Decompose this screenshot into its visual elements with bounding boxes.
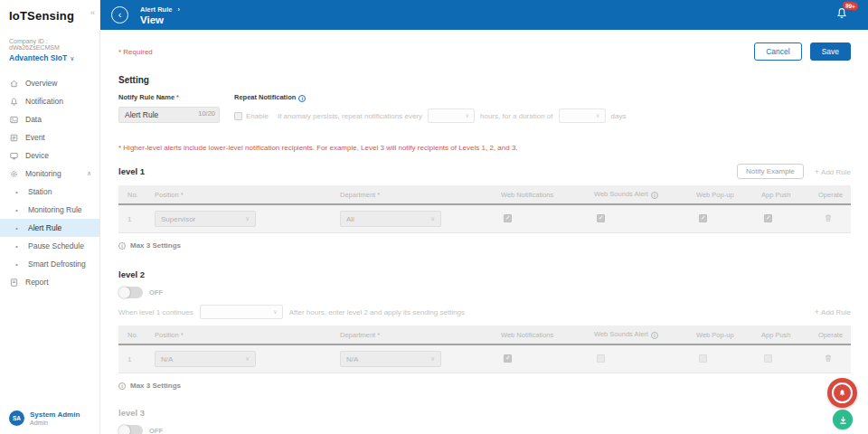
web-popup-checkbox[interactable]: [699, 354, 707, 363]
notification-bell-button[interactable]: 99+: [835, 6, 848, 24]
bullet-icon: •: [12, 189, 22, 195]
sidebar-item-report[interactable]: Report: [0, 273, 99, 291]
sidebar-item-smart-defrosting[interactable]: • Smart Defrosting: [0, 255, 99, 273]
department-dropdown[interactable]: N/A∨: [340, 351, 441, 367]
avatar: SA: [9, 410, 24, 426]
save-button[interactable]: Save: [810, 42, 851, 61]
level1-max-note: iMax 3 Settings: [118, 241, 851, 250]
sidebar-item-label: Event: [25, 133, 45, 142]
chevron-down-icon: ∨: [465, 112, 469, 119]
back-button[interactable]: ‹: [111, 6, 128, 24]
user-role: Admin: [30, 420, 80, 426]
bullet-icon: •: [12, 225, 22, 231]
info-icon[interactable]: i: [651, 192, 658, 199]
sidebar-item-alert-rule[interactable]: • Alert Rule: [0, 219, 99, 237]
info-icon[interactable]: i: [651, 332, 658, 339]
sidebar-item-data[interactable]: Data: [0, 110, 99, 128]
sidebar-item-device[interactable]: Device: [0, 146, 99, 165]
chevron-down-icon: ∨: [430, 355, 435, 363]
level2-toggle[interactable]: [118, 287, 143, 298]
sidebar-item-pause-schedule[interactable]: • Pause Schedule: [0, 237, 99, 255]
setting-section-title: Setting: [118, 75, 851, 85]
sidebar-item-label: Monitoring: [25, 169, 61, 178]
row-number: 1: [127, 215, 155, 223]
alarm-fab-button[interactable]: [827, 378, 857, 408]
col-app-push: App Push: [761, 191, 818, 199]
sidebar-item-notification[interactable]: Notification: [0, 92, 99, 110]
level1-add-rule-button[interactable]: +Add Rule: [815, 167, 851, 176]
sidebar-item-overview[interactable]: Overview: [0, 74, 99, 92]
bullet-icon: •: [12, 261, 22, 268]
chevron-down-icon: ∨: [245, 355, 250, 363]
level3-title: level 3: [118, 408, 145, 418]
bell-icon: [9, 97, 19, 107]
repeat-notification-field: Repeat Notificationi Enable If anomaly p…: [234, 93, 626, 123]
col-department: Department *: [340, 331, 501, 339]
image-icon: [9, 115, 19, 125]
sidebar-item-label: Overview: [25, 79, 57, 88]
position-dropdown[interactable]: Supervisor∨: [155, 211, 256, 227]
sidebar-item-monitoring[interactable]: Monitoring ∧: [0, 165, 99, 183]
chevron-up-icon: ∧: [87, 170, 91, 177]
breadcrumb[interactable]: Alert Rule›: [140, 5, 180, 14]
page-title: View: [140, 14, 180, 25]
col-app-push: App Push: [761, 331, 818, 339]
sidebar-collapse-icon[interactable]: «: [90, 8, 95, 17]
web-notifications-checkbox[interactable]: [504, 354, 512, 363]
chevron-down-icon: ∨: [596, 112, 600, 119]
col-position: Position *: [155, 331, 340, 339]
level2-hours-dropdown[interactable]: ∨: [200, 305, 283, 319]
level3-toggle-label: OFF: [149, 427, 163, 434]
col-department: Department *: [340, 191, 501, 199]
sidebar-nav: Overview Notification Data Event Device …: [0, 74, 99, 291]
level2-title: level 2: [118, 269, 145, 279]
plus-icon: +: [815, 307, 819, 316]
sidebar-item-event[interactable]: Event: [0, 128, 99, 146]
web-notifications-checkbox[interactable]: [504, 214, 512, 222]
enable-checkbox[interactable]: [234, 112, 242, 120]
sidebar-item-label: Alert Rule: [28, 223, 61, 232]
info-icon: i: [118, 242, 126, 250]
delete-row-button[interactable]: [824, 354, 833, 363]
repeat-hours-dropdown[interactable]: ∨: [428, 108, 475, 123]
alarm-ring: [832, 382, 853, 403]
col-web-notifications: Web Notifications: [501, 191, 594, 199]
table-header-row: No. Position * Department * Web Notifica…: [118, 185, 851, 205]
repeat-text-1: If anomaly persists, repeat notification…: [278, 112, 422, 120]
chevron-left-icon: ‹: [118, 10, 122, 20]
chevron-down-icon: ∨: [273, 308, 278, 316]
level3-toggle[interactable]: [118, 425, 143, 434]
position-dropdown[interactable]: N/A∨: [155, 351, 256, 367]
web-sounds-alert-checkbox[interactable]: [597, 214, 605, 222]
repeat-days-dropdown[interactable]: ∨: [559, 108, 606, 123]
cancel-button[interactable]: Cancel: [754, 42, 801, 61]
repeat-text-2: hours, for a duration of: [480, 112, 553, 120]
company-switcher[interactable]: Advantech SIoT∨: [9, 53, 92, 62]
sidebar-item-label: Device: [25, 151, 49, 160]
repeat-text-3: days: [611, 112, 627, 120]
download-fab-button[interactable]: [833, 410, 853, 429]
notify-example-button[interactable]: Notify Example: [737, 164, 804, 179]
web-popup-checkbox[interactable]: [699, 214, 707, 222]
sidebar-item-station[interactable]: • Station: [0, 183, 99, 201]
required-note: * Required: [118, 48, 153, 56]
user-name: System Admin: [30, 410, 80, 419]
level2-add-rule-button[interactable]: +Add Rule: [815, 307, 851, 316]
user-profile[interactable]: SA System Admin Admin: [9, 410, 80, 426]
download-icon: [838, 415, 848, 425]
sidebar-item-monitoring-rule[interactable]: • Monitoring Rule: [0, 201, 99, 219]
delete-row-button[interactable]: [824, 213, 833, 222]
table-header-row: No. Position * Department * Web Notifica…: [118, 326, 851, 345]
sidebar-item-label: Report: [25, 278, 49, 287]
app-push-checkbox[interactable]: [764, 214, 772, 222]
info-icon[interactable]: i: [298, 95, 306, 102]
trash-icon: [824, 213, 833, 222]
web-sounds-alert-checkbox[interactable]: [597, 354, 605, 363]
app-push-checkbox[interactable]: [764, 354, 772, 363]
chevron-down-icon: ∨: [245, 215, 250, 222]
main-area: ‹ Alert Rule› View 99+ * Required Cancel…: [100, 0, 868, 434]
col-web-popup: Web Pop-up: [696, 331, 761, 339]
app-logo: IoTSensing: [0, 0, 99, 23]
department-dropdown[interactable]: All∨: [340, 211, 441, 227]
col-operate: Operate: [818, 331, 851, 339]
